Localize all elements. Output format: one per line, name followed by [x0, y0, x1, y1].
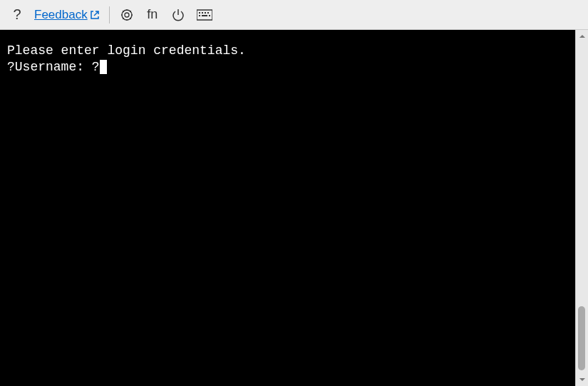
scroll-thumb[interactable]: [578, 306, 585, 370]
external-link-icon: [89, 9, 100, 21]
svg-rect-9: [209, 15, 210, 16]
svg-point-1: [122, 10, 132, 20]
settings-button[interactable]: [115, 4, 138, 26]
help-icon: ?: [13, 6, 21, 23]
svg-rect-8: [202, 15, 207, 16]
svg-rect-4: [202, 12, 203, 14]
power-button[interactable]: [167, 4, 190, 26]
terminal-prompt: ?Username: ?: [7, 60, 100, 74]
terminal[interactable]: Please enter login credentials.?Username…: [0, 30, 575, 386]
terminal-line-1: Please enter login credentials.: [7, 43, 568, 59]
keyboard-button[interactable]: [192, 4, 217, 26]
feedback-label: Feedback: [34, 8, 88, 22]
scrollbar[interactable]: [575, 30, 588, 386]
feedback-link[interactable]: Feedback: [31, 4, 103, 26]
svg-rect-7: [199, 15, 200, 16]
gear-icon: [120, 8, 134, 22]
scroll-up-arrow[interactable]: [576, 30, 588, 43]
fn-button[interactable]: fn: [141, 4, 164, 26]
fn-label: fn: [147, 7, 158, 22]
help-button[interactable]: ?: [6, 4, 29, 26]
toolbar: ? Feedback fn: [0, 0, 588, 30]
svg-rect-5: [205, 12, 206, 14]
terminal-cursor: [100, 60, 107, 74]
terminal-container: Please enter login credentials.?Username…: [0, 30, 588, 386]
chevron-up-icon: [579, 33, 586, 39]
scroll-down-arrow[interactable]: [576, 373, 588, 386]
power-icon: [171, 8, 185, 22]
svg-rect-3: [199, 12, 200, 14]
scroll-track[interactable]: [576, 43, 588, 373]
keyboard-icon: [197, 9, 212, 21]
svg-rect-6: [207, 12, 209, 14]
svg-point-0: [125, 13, 129, 17]
chevron-down-icon: [579, 377, 586, 382]
toolbar-divider: [109, 6, 110, 24]
